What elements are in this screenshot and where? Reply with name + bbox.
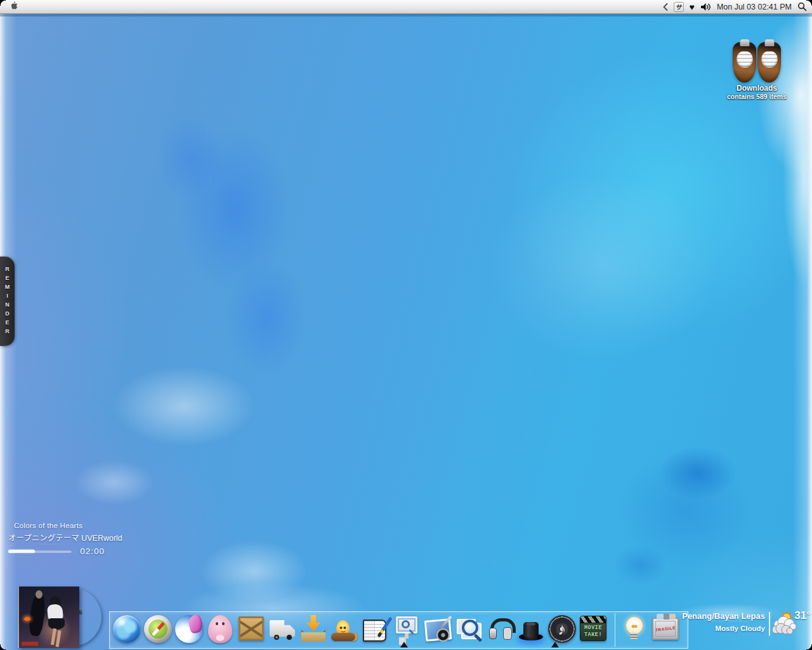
pink-monster-icon (208, 615, 232, 643)
player-progress-row: 02:00 (8, 547, 105, 556)
dock-wave-fish-icon[interactable] (174, 614, 204, 646)
display-search-icon (393, 615, 421, 643)
dock-photo-tools-icon[interactable] (423, 614, 453, 646)
unpack-box-icon (299, 615, 327, 643)
cover-flame-accent (24, 617, 30, 621)
elapsed-time: 02:00 (72, 547, 105, 556)
lightbulb-icon (620, 615, 648, 643)
wallpaper (0, 0, 812, 650)
dock-photo-magnifier-icon[interactable] (454, 614, 484, 646)
dock-display-search-icon[interactable] (392, 614, 422, 646)
screwdriver-part (440, 616, 452, 629)
music-player-widget: Colors of the Hearts オープニングテーマ UVERworld… (8, 522, 105, 623)
dock-headphones-icon[interactable] (485, 614, 515, 646)
cover-figure-girl-skirt (48, 618, 65, 630)
screen-corner (0, 644, 6, 650)
dock-separator (615, 613, 615, 647)
campfire-icon (331, 615, 358, 643)
cover-figure-man-head (36, 590, 43, 599)
magnifier-handle (474, 633, 482, 642)
weather-condition: Mostly Cloudy (715, 625, 765, 632)
apple-logo-icon (10, 1, 18, 13)
downloads-item-count: contains 589 items (723, 93, 790, 100)
input-method-icon[interactable]: サ (674, 2, 684, 12)
album-artwork[interactable]: iTunes 45 (8, 559, 110, 623)
dock-campfire-icon[interactable] (330, 614, 360, 646)
dock-pink-monster-icon[interactable] (206, 614, 235, 646)
dock-compass-icon[interactable] (143, 614, 173, 646)
clapper-text-1: MOVIE (580, 625, 606, 631)
speaker-icon[interactable] (700, 3, 711, 11)
progress-fill (8, 550, 35, 553)
wave-fish-icon (175, 615, 203, 643)
dock-crate-icon[interactable] (237, 614, 266, 646)
dock-unpack-box-icon[interactable] (299, 614, 329, 646)
crate-icon (239, 616, 264, 640)
dock-book-pen-icon[interactable] (361, 614, 391, 646)
magnifier-overlay (402, 620, 410, 628)
photo-magnifier-icon (455, 615, 483, 643)
menu-clock[interactable]: Mon Jul 03 02:41 PM (717, 3, 792, 11)
reminder-tab[interactable]: REMINDER (0, 256, 15, 346)
sneaker-right (757, 42, 781, 83)
progress-bar[interactable] (8, 550, 72, 553)
music-note-glyph: ♪ (558, 621, 566, 638)
globe-icon (113, 615, 141, 643)
screen-corner (0, 0, 6, 6)
wallpaper-top-edge (0, 14, 812, 17)
dock-knob-icon[interactable] (516, 614, 546, 646)
chevron-left-icon[interactable] (663, 3, 668, 11)
headphones-icon (486, 615, 514, 643)
desktop-screen: サ ♥ Mon Jul 03 02:41 PM Downloads contai… (0, 0, 812, 650)
cover-logo-mark (22, 642, 38, 646)
downloads-folder[interactable]: Downloads contains 589 items (723, 32, 790, 100)
partly-cloudy-icon (770, 609, 797, 640)
dock-main-group: ♪ MOVIETAKE! (112, 614, 608, 646)
truck-icon (268, 615, 296, 643)
dock: ♪ MOVIETAKE! FRAGILE (109, 611, 688, 649)
reminder-label: REMINDER (4, 266, 11, 337)
running-indicator-music-disc (551, 642, 559, 647)
downloads-label: Downloads (723, 84, 790, 93)
input-method-glyph: サ (676, 2, 682, 11)
spotlight-icon[interactable] (797, 2, 807, 11)
book-pen-icon (362, 615, 390, 643)
screen-corner (806, 0, 812, 6)
track-title: Colors of the Hearts (14, 522, 105, 529)
track-artist: オープニングテーマ UVERworld (8, 531, 105, 543)
menu-status-area: サ ♥ Mon Jul 03 02:41 PM (663, 0, 807, 14)
weather-widget: Penang/Bayan Lepas Mostly Cloudy (666, 607, 812, 645)
sneakers-icon (723, 32, 790, 83)
movie-clapper-icon: MOVIETAKE! (580, 616, 606, 641)
dock-music-disc-icon[interactable]: ♪ (547, 614, 577, 646)
heart-icon[interactable]: ♥ (690, 3, 695, 11)
album-cover (18, 587, 79, 648)
dock-truck-icon[interactable] (268, 614, 298, 646)
apple-menu[interactable] (5, 1, 22, 13)
compass-icon (144, 615, 172, 643)
knob-icon (517, 615, 545, 643)
campfire-smile (341, 630, 346, 632)
sneaker-left (733, 42, 756, 83)
music-disc-icon: ♪ (548, 615, 576, 643)
screen-corner (806, 644, 812, 650)
dock-movie-clapper-icon[interactable]: MOVIETAKE! (579, 614, 608, 646)
weather-temperature: 31° (794, 609, 811, 622)
photo-tools-icon (424, 615, 452, 643)
dock-globe-icon[interactable] (112, 614, 142, 646)
clapper-text-2: TAKE! (580, 632, 606, 638)
dock-lightbulb-icon[interactable] (619, 614, 649, 646)
weather-location: Penang/Bayan Lepas (682, 611, 765, 621)
menu-bar: サ ♥ Mon Jul 03 02:41 PM (0, 0, 812, 14)
running-indicator-display-search (400, 642, 408, 647)
